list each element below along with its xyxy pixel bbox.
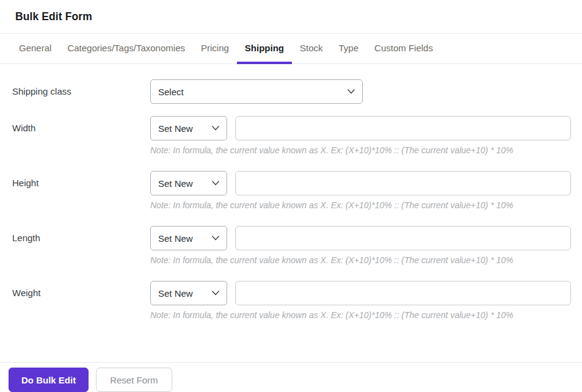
reset-form-button[interactable]: Reset Form	[96, 368, 172, 392]
tab-stock[interactable]: Stock	[292, 34, 331, 64]
tab-type[interactable]: Type	[331, 34, 367, 64]
formula-note: Note: In formula, the current value know…	[150, 145, 571, 156]
weight-row: Weight Set New Note: In formula, the cur…	[12, 281, 571, 321]
shipping-class-select[interactable]: Select	[150, 79, 363, 104]
page-title: Bulk Edit Form	[15, 10, 92, 23]
bulk-edit-form-panel: Bulk Edit Form General Categories/Tags/T…	[0, 0, 582, 392]
header: Bulk Edit Form	[0, 0, 582, 34]
do-bulk-edit-button[interactable]: Do Bulk Edit	[9, 368, 89, 392]
tab-custom-fields[interactable]: Custom Fields	[366, 34, 441, 64]
height-row: Height Set New Note: In formula, the cur…	[12, 171, 571, 211]
length-label: Length	[12, 226, 150, 250]
shipping-class-label: Shipping class	[12, 79, 150, 104]
length-mode-select[interactable]: Set New	[150, 226, 227, 250]
length-input[interactable]	[235, 226, 571, 250]
formula-note: Note: In formula, the current value know…	[150, 310, 571, 321]
shipping-class-row: Shipping class Select	[12, 79, 571, 104]
width-row: Width Set New Note: In formula, the curr…	[12, 116, 571, 156]
width-label: Width	[12, 116, 150, 140]
width-mode-select[interactable]: Set New	[150, 116, 227, 140]
weight-input[interactable]	[235, 281, 571, 305]
shipping-tab-panel: Shipping class Select Width Set New	[0, 64, 582, 362]
tab-general[interactable]: General	[11, 34, 59, 64]
tab-pricing[interactable]: Pricing	[193, 34, 237, 64]
tab-categories-tags-taxonomies[interactable]: Categories/Tags/Taxonomies	[59, 34, 193, 64]
width-input[interactable]	[235, 116, 571, 140]
formula-note: Note: In formula, the current value know…	[150, 255, 571, 266]
footer-actions: Do Bulk Edit Reset Form	[0, 362, 582, 392]
tab-shipping[interactable]: Shipping	[237, 34, 292, 64]
height-input[interactable]	[235, 171, 571, 195]
length-row: Length Set New Note: In formula, the cur…	[12, 226, 571, 266]
tab-bar: General Categories/Tags/Taxonomies Prici…	[0, 34, 582, 64]
height-label: Height	[12, 171, 150, 195]
weight-label: Weight	[12, 281, 150, 305]
weight-mode-select[interactable]: Set New	[150, 281, 227, 305]
height-mode-select[interactable]: Set New	[150, 171, 227, 195]
formula-note: Note: In formula, the current value know…	[150, 200, 571, 211]
